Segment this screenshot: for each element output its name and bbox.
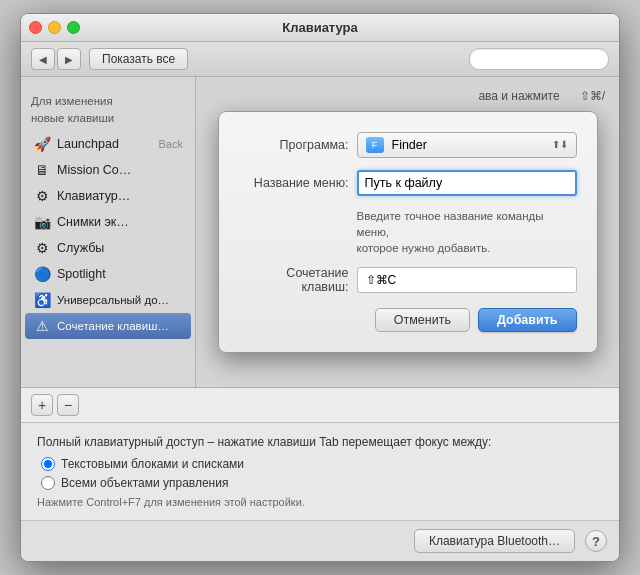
- radio-all-controls-input[interactable]: [41, 476, 55, 490]
- sidebar-item-label: Launchpad: [57, 137, 119, 151]
- sidebar-item-label: Службы: [57, 241, 104, 255]
- radio-text-and-lists-label: Текстовыми блоками и списками: [61, 457, 244, 471]
- program-dropdown[interactable]: F Finder ⬆⬇: [357, 132, 577, 158]
- finder-icon: F: [366, 137, 384, 153]
- nav-buttons: ◀ ▶: [31, 48, 81, 70]
- shortcut-box[interactable]: ⇧⌘C: [357, 267, 577, 293]
- modal-dialog: Программа: F Finder ⬆⬇ Название меню:: [218, 111, 598, 353]
- sidebar-item-mission-control[interactable]: 🖥 Mission Co…: [25, 157, 191, 183]
- sidebar-item-shortcuts[interactable]: ⚠ Сочетание клавиш…: [25, 313, 191, 339]
- main-area: ава и нажмите ⇧⌘/ Программа: F Finder ⬆⬇: [196, 77, 619, 387]
- sidebar-item-label: Mission Co…: [57, 163, 131, 177]
- radio-all-controls[interactable]: Всеми объектами управления: [41, 476, 603, 490]
- shortcut-row: Сочетание клавиш: ⇧⌘C: [239, 266, 577, 294]
- sidebar-item-label: Spotlight: [57, 267, 106, 281]
- universal-icon: ♿: [33, 291, 51, 309]
- shortcut-value: ⇧⌘C: [366, 273, 397, 287]
- sidebar-item-label: Универсальный до…: [57, 294, 169, 306]
- remove-shortcut-button[interactable]: −: [57, 394, 79, 416]
- add-button[interactable]: Добавить: [478, 308, 577, 332]
- footer-hint: Нажмите Control+F7 для изменения этой на…: [37, 496, 603, 508]
- sidebar-item-label: Снимки эк…: [57, 215, 129, 229]
- shortcut-label: Сочетание клавиш:: [239, 266, 349, 294]
- mission-control-icon: 🖥: [33, 161, 51, 179]
- radio-group: Текстовыми блоками и списками Всеми объе…: [41, 457, 603, 490]
- program-label: Программа:: [239, 138, 349, 152]
- launchpad-shortcut: Back: [159, 138, 183, 150]
- sidebar-item-spotlight[interactable]: 🔵 Spotlight: [25, 261, 191, 287]
- menu-name-row: Название меню:: [239, 170, 577, 196]
- sidebar-header: Для изменения новые клавиши: [21, 87, 195, 131]
- services-icon: ⚙: [33, 239, 51, 257]
- dropdown-arrow-icon: ⬆⬇: [552, 139, 568, 150]
- footer: Полный клавиатурный доступ – нажатие кла…: [21, 422, 619, 520]
- screenshots-icon: 📷: [33, 213, 51, 231]
- sidebar-item-launchpad[interactable]: 🚀 Launchpad Back: [25, 131, 191, 157]
- close-button[interactable]: [29, 21, 42, 34]
- keyboard-icon: ⚙: [33, 187, 51, 205]
- sidebar: Для изменения новые клавиши 🚀 Launchpad …: [21, 77, 196, 387]
- bluetooth-button[interactable]: Клавиатура Bluetooth…: [414, 529, 575, 553]
- add-shortcut-button[interactable]: +: [31, 394, 53, 416]
- program-row: Программа: F Finder ⬆⬇: [239, 132, 577, 158]
- main-window: Клавиатура ◀ ▶ Показать все Для изменени…: [20, 13, 620, 562]
- sidebar-item-screenshots[interactable]: 📷 Снимки эк…: [25, 209, 191, 235]
- back-button[interactable]: ◀: [31, 48, 55, 70]
- radio-all-controls-label: Всеми объектами управления: [61, 476, 228, 490]
- content-area: Для изменения новые клавиши 🚀 Launchpad …: [21, 77, 619, 387]
- sidebar-item-label: Сочетание клавиш…: [57, 320, 169, 332]
- footer-bottom-bar: Клавиатура Bluetooth… ?: [21, 520, 619, 561]
- launchpad-icon: 🚀: [33, 135, 51, 153]
- forward-button[interactable]: ▶: [57, 48, 81, 70]
- footer-main-text: Полный клавиатурный доступ – нажатие кла…: [37, 435, 603, 449]
- toolbar: ◀ ▶ Показать все: [21, 42, 619, 77]
- sidebar-item-universal[interactable]: ♿ Универсальный до…: [25, 287, 191, 313]
- modal-overlay: Программа: F Finder ⬆⬇ Название меню:: [196, 77, 619, 387]
- bottom-bar: + −: [21, 387, 619, 422]
- minimize-button[interactable]: [48, 21, 61, 34]
- radio-text-and-lists-input[interactable]: [41, 457, 55, 471]
- menu-name-label: Название меню:: [239, 176, 349, 190]
- cancel-button[interactable]: Отменить: [375, 308, 470, 332]
- radio-text-and-lists[interactable]: Текстовыми блоками и списками: [41, 457, 603, 471]
- help-button[interactable]: ?: [585, 530, 607, 552]
- modal-buttons: Отменить Добавить: [239, 308, 577, 332]
- zoom-button[interactable]: [67, 21, 80, 34]
- window-title: Клавиатура: [282, 20, 358, 35]
- sidebar-item-services[interactable]: ⚙ Службы: [25, 235, 191, 261]
- titlebar: Клавиатура: [21, 14, 619, 42]
- menu-name-input[interactable]: [357, 170, 577, 196]
- modal-hint: Введите точное название команды меню, ко…: [357, 208, 577, 256]
- program-value: Finder: [392, 138, 427, 152]
- show-all-button[interactable]: Показать все: [89, 48, 188, 70]
- traffic-lights: [29, 21, 80, 34]
- shortcuts-icon: ⚠: [33, 317, 51, 335]
- search-input[interactable]: [469, 48, 609, 70]
- sidebar-item-label: Клавиатур…: [57, 189, 130, 203]
- spotlight-icon: 🔵: [33, 265, 51, 283]
- sidebar-item-keyboard[interactable]: ⚙ Клавиатур…: [25, 183, 191, 209]
